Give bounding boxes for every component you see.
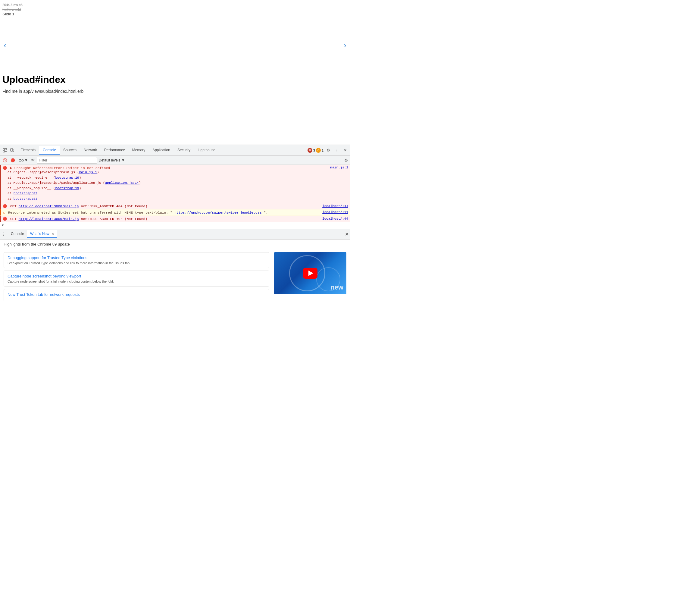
tab-memory[interactable]: Memory <box>129 146 149 155</box>
error-swiper-stack: at Object../app/javascript/main.js (main… <box>3 170 328 202</box>
warning-icon-sprite: ⚠ <box>3 211 5 214</box>
console-clear-icon[interactable]: 🚫 <box>2 157 8 163</box>
console-toolbar: 🚫 🔴 top ▼ 👁 Default levels ▼ ⚙ <box>0 156 350 165</box>
stack-line-2: at __webpack_require__ (bootstrap:19) <box>8 175 328 181</box>
console-settings-icon[interactable]: ⚙ <box>344 158 348 163</box>
console-prompt[interactable]: > <box>0 222 350 229</box>
svg-rect-7 <box>13 149 14 152</box>
svg-rect-1 <box>3 151 5 152</box>
page-title: Upload#index <box>2 74 347 85</box>
console-filter-input[interactable] <box>37 157 97 164</box>
get-error-1-label: GET <box>10 204 19 208</box>
drawer-tab-console[interactable]: Console <box>8 230 27 238</box>
warning-stylesheet-text: ⚠ Resource interpreted as Stylesheet but… <box>3 210 268 214</box>
tab-application[interactable]: Application <box>149 146 174 155</box>
tab-network[interactable]: Network <box>80 146 100 155</box>
whats-new-body: Debugging support for Trusted Type viola… <box>0 249 350 304</box>
context-dropdown-icon: ▼ <box>24 158 28 162</box>
svg-rect-2 <box>5 149 7 150</box>
devtools-right-icons: ✕ 3 ⚠ 1 ⚙ ⋮ ✕ <box>307 147 349 154</box>
close-devtools-icon[interactable]: ✕ <box>341 147 349 154</box>
settings-icon[interactable]: ⚙ <box>325 147 332 154</box>
whats-new-video-thumbnail[interactable]: new <box>274 252 346 294</box>
console-warning-stylesheet: ⚠ Resource interpreted as Stylesheet but… <box>0 209 350 216</box>
slide-text: Slide 1 <box>0 12 350 22</box>
play-button[interactable] <box>303 268 317 279</box>
context-label: top <box>19 158 24 162</box>
whats-new-item-trusted-type-desc: Breakpoint on Trusted Type violations an… <box>8 261 265 265</box>
tab-elements[interactable]: Elements <box>17 146 39 155</box>
error-get-2-location[interactable]: localhost/:44 <box>322 217 348 220</box>
error-icon-1: 🔴 <box>3 166 7 170</box>
tab-lighthouse[interactable]: Lighthouse <box>194 146 219 155</box>
devtools-left-icons <box>1 147 16 154</box>
device-toggle-icon[interactable] <box>8 147 16 154</box>
nav-next-button[interactable]: › <box>344 40 346 50</box>
warning-stylesheet-location[interactable]: localhost/:11 <box>322 210 348 214</box>
console-error-swiper: 🔴 ▶ Uncaught ReferenceError: Swiper is n… <box>0 165 350 203</box>
whats-new-item-trust-token[interactable]: New Trust Token tab for network requests <box>4 289 269 301</box>
console-output: 🔴 ▶ Uncaught ReferenceError: Swiper is n… <box>0 165 350 229</box>
error-count: 3 <box>313 149 315 152</box>
stack-line-4: at __webpack_require__ (bootstrap:19) <box>8 186 328 191</box>
error-swiper-title: 🔴 ▶ Uncaught ReferenceError: Swiper is n… <box>3 166 328 170</box>
stack-line-1: at Object../app/javascript/main.js (main… <box>8 170 328 175</box>
video-new-badge: new <box>330 283 343 291</box>
error-get-2-text: 🔴 GET http://localhost:3000/main.js net:… <box>3 217 147 221</box>
slider-nav: ‹ › <box>0 22 350 68</box>
bootstrap-19-link-2[interactable]: bootstrap:19 <box>55 187 79 190</box>
page-subtitle: Find me in app/views/upload/index.html.e… <box>2 89 347 94</box>
tab-console[interactable]: Console <box>39 146 60 155</box>
context-selector[interactable]: top ▼ <box>17 158 29 163</box>
tab-security[interactable]: Security <box>174 146 194 155</box>
play-triangle-icon <box>308 270 313 276</box>
error-swiper-location[interactable]: main.js:1 <box>330 166 348 169</box>
error-count-badge: ✕ 3 ⚠ 1 <box>307 148 323 153</box>
warning-text-2: ". <box>264 211 268 214</box>
console-filter-icon[interactable]: 🔴 <box>10 157 16 163</box>
levels-selector[interactable]: Default levels ▼ <box>99 158 125 162</box>
warning-text-1: Resource interpreted as Stylesheet but t… <box>8 211 172 214</box>
devtools-panel: Elements Console Sources Network Perform… <box>0 145 350 229</box>
svg-rect-6 <box>11 152 12 152</box>
whats-new-header: Highlights from the Chrome 89 update <box>0 239 350 249</box>
main-js-link-1[interactable]: main.js:1 <box>79 171 97 174</box>
get-error-1-status: net::ERR_ABORTED 404 (Not Found) <box>81 204 148 208</box>
bootstrap-83-link-2[interactable]: bootstrap:83 <box>14 197 37 201</box>
drawer-tab-whats-new-label: What's New <box>30 232 49 236</box>
warning-count: 1 <box>322 149 323 152</box>
whats-new-item-trusted-type-title: Debugging support for Trusted Type viola… <box>8 255 265 260</box>
eye-icon[interactable]: 👁 <box>31 158 35 162</box>
error-icon-2: 🔴 <box>3 204 7 208</box>
whats-new-item-trust-token-title: New Trust Token tab for network requests <box>8 292 265 297</box>
console-error-get-1: 🔴 GET http://localhost:3000/main.js net:… <box>0 203 350 209</box>
error-icon: ✕ <box>307 148 312 153</box>
whats-new-list: Debugging support for Trusted Type viola… <box>4 252 269 301</box>
error-swiper-detail: 🔴 ▶ Uncaught ReferenceError: Swiper is n… <box>3 166 328 202</box>
timing-badge: 2644.6 ms ×3 <box>0 2 350 7</box>
stack-line-5: at bootstrap:83 <box>8 191 328 196</box>
tab-sources[interactable]: Sources <box>60 146 80 155</box>
whats-new-item-trusted-type[interactable]: Debugging support for Trusted Type viola… <box>4 252 269 268</box>
error-swiper-text: ▶ Uncaught ReferenceError: Swiper is not… <box>10 166 110 170</box>
whats-new-item-capture-node[interactable]: Capture node screenshot beyond viewport … <box>4 270 269 286</box>
svg-rect-5 <box>11 149 13 151</box>
page-content: Upload#index Find me in app/views/upload… <box>0 68 350 97</box>
drawer-close-icon[interactable]: ✕ <box>345 231 349 237</box>
drawer-tab-close-icon[interactable]: ✕ <box>51 232 54 236</box>
error-get-1-location[interactable]: localhost/:44 <box>322 204 348 208</box>
bootstrap-83-link-1[interactable]: bootstrap:83 <box>14 192 37 195</box>
bootstrap-19-link-1[interactable]: bootstrap:19 <box>55 176 79 180</box>
inspect-icon[interactable] <box>1 147 8 154</box>
get-error-2-status: net::ERR_ABORTED 404 (Not Found) <box>81 217 148 221</box>
get-url-link-1[interactable]: http://localhost:3000/main.js <box>19 204 79 208</box>
application-js-link[interactable]: application.js:14 <box>105 181 139 185</box>
drawer-menu-icon[interactable]: ⋮ <box>1 232 5 236</box>
get-url-link-2[interactable]: http://localhost:3000/main.js <box>19 217 79 221</box>
more-menu-icon[interactable]: ⋮ <box>333 147 340 154</box>
stack-line-3: at Module../app/javascript/packs/applica… <box>8 180 328 186</box>
swiper-css-link[interactable]: https://unpkg.com/swiper/swiper-bundle.c… <box>174 211 262 214</box>
nav-prev-button[interactable]: ‹ <box>4 40 6 50</box>
tab-performance[interactable]: Performance <box>100 146 129 155</box>
drawer-tab-whats-new[interactable]: What's New ✕ <box>27 230 57 238</box>
